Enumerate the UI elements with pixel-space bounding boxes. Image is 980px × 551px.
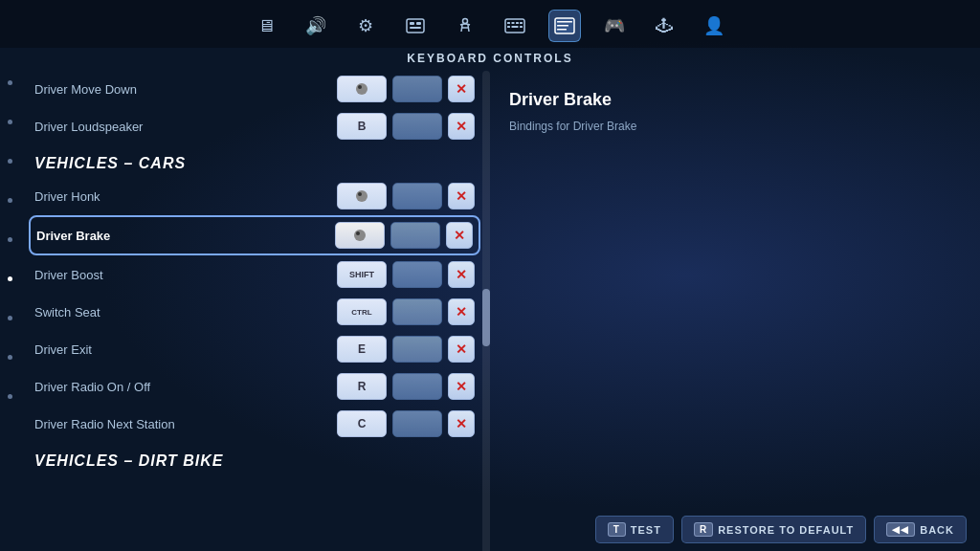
dot-5	[8, 237, 12, 242]
clear-driver-honk[interactable]: ✕	[448, 183, 475, 209]
key-slots-driver-honk: ✕	[337, 183, 475, 209]
keyboard-icon[interactable]	[499, 10, 531, 42]
key1-driver-boost[interactable]: SHIFT	[337, 261, 387, 288]
controls-icon[interactable]	[548, 10, 581, 42]
info-panel: Driver Brake Bindings for Driver Brake	[490, 71, 980, 551]
test-key-badge: T	[608, 522, 626, 537]
svg-point-21	[354, 230, 366, 241]
scrollbar-track[interactable]	[482, 71, 490, 551]
key-slots-driver-loudspeaker: B ✕	[337, 113, 475, 140]
clear-driver-loudspeaker[interactable]: ✕	[448, 113, 475, 140]
main-area: Driver Move Down ✕ Driver Loudspeaker B …	[0, 71, 980, 551]
key1-driver-loudspeaker[interactable]: B	[337, 113, 387, 140]
svg-point-17	[356, 83, 368, 95]
svg-point-22	[356, 231, 360, 235]
sidebar-dots	[0, 71, 19, 551]
key1-driver-radio-on-off[interactable]: R	[337, 373, 387, 400]
key-slots-switch-seat: CTRL ✕	[337, 298, 475, 325]
scrollbar-thumb[interactable]	[482, 289, 490, 346]
dot-7	[8, 316, 12, 320]
row-driver-exit[interactable]: Driver Exit E ✕	[29, 331, 480, 367]
settings-icon[interactable]: ⚙	[349, 10, 382, 42]
key1-driver-honk[interactable]	[337, 183, 387, 209]
key2-driver-exit[interactable]	[392, 336, 442, 363]
back-label: BACK	[920, 524, 954, 536]
key-slots-driver-move-down: ✕	[337, 76, 475, 102]
test-button[interactable]: T TEST	[595, 516, 674, 543]
svg-point-4	[463, 19, 468, 24]
row-driver-radio-on-off[interactable]: Driver Radio On / Off R ✕	[29, 368, 480, 405]
key2-driver-radio-on-off[interactable]	[392, 373, 442, 400]
clear-driver-radio-next-station[interactable]: ✕	[448, 410, 475, 437]
key1-driver-brake[interactable]	[335, 222, 385, 249]
label-driver-loudspeaker: Driver Loudspeaker	[34, 120, 337, 134]
key2-driver-honk[interactable]	[392, 183, 442, 209]
svg-rect-15	[557, 25, 568, 27]
restore-button[interactable]: R RESTORE TO DEFAULT	[681, 516, 866, 543]
svg-rect-12	[520, 26, 523, 28]
label-driver-brake: Driver Brake	[36, 229, 335, 243]
accessibility-icon[interactable]	[449, 10, 481, 42]
key-slots-driver-exit: E ✕	[337, 336, 475, 363]
key2-switch-seat[interactable]	[392, 298, 442, 325]
svg-rect-10	[512, 26, 519, 28]
key1-switch-seat[interactable]: CTRL	[337, 298, 387, 325]
label-driver-radio-next-station: Driver Radio Next Station	[34, 417, 337, 431]
svg-point-20	[358, 192, 362, 196]
audio-icon[interactable]: 🔊	[300, 10, 332, 42]
clear-driver-brake[interactable]: ✕	[446, 222, 473, 249]
svg-rect-1	[410, 22, 414, 25]
profile-icon[interactable]: 👤	[698, 10, 730, 42]
clear-driver-exit[interactable]: ✕	[448, 336, 475, 363]
key2-driver-boost[interactable]	[392, 261, 442, 288]
clear-driver-move-down[interactable]: ✕	[448, 76, 475, 102]
dot-2	[8, 120, 12, 124]
page-title: KEYBOARD CONTROLS	[0, 48, 980, 71]
back-key-badge: ◀◀	[886, 522, 915, 537]
key1-driver-radio-next-station[interactable]: C	[337, 410, 387, 437]
svg-rect-14	[557, 21, 572, 23]
svg-rect-7	[512, 22, 515, 24]
label-driver-exit: Driver Exit	[34, 342, 337, 357]
section-vehicles-dirt-bike: VEHICLES – DIRT BIKE	[29, 443, 480, 475]
svg-rect-16	[557, 29, 567, 31]
key2-driver-radio-next-station[interactable]	[392, 410, 442, 437]
list-panel: Driver Move Down ✕ Driver Loudspeaker B …	[19, 71, 490, 551]
svg-rect-3	[410, 27, 421, 29]
row-driver-boost[interactable]: Driver Boost SHIFT ✕	[29, 256, 480, 293]
info-desc: Bindings for Driver Brake	[509, 120, 961, 133]
dot-8	[8, 355, 12, 360]
row-driver-move-down[interactable]: Driver Move Down ✕	[29, 71, 480, 107]
svg-point-18	[358, 85, 362, 89]
key2-driver-brake[interactable]	[390, 222, 440, 249]
row-driver-loudspeaker[interactable]: Driver Loudspeaker B ✕	[29, 108, 480, 144]
svg-rect-8	[516, 22, 519, 24]
dot-6	[8, 276, 12, 281]
key1-driver-move-down[interactable]	[337, 76, 387, 102]
display-icon[interactable]: 🖥	[250, 10, 282, 42]
controller2-icon[interactable]: 🕹	[648, 10, 680, 42]
clear-driver-radio-on-off[interactable]: ✕	[448, 373, 475, 400]
back-button[interactable]: ◀◀ BACK	[874, 516, 967, 543]
label-driver-move-down: Driver Move Down	[34, 82, 337, 97]
key1-driver-exit[interactable]: E	[337, 336, 387, 363]
svg-rect-2	[416, 22, 421, 25]
key2-driver-move-down[interactable]	[392, 76, 442, 102]
row-driver-brake[interactable]: Driver Brake ✕	[29, 215, 480, 255]
svg-rect-6	[507, 22, 510, 24]
restore-label: RESTORE TO DEFAULT	[718, 524, 854, 536]
key-slots-driver-boost: SHIFT ✕	[337, 261, 475, 288]
row-driver-radio-next-station[interactable]: Driver Radio Next Station C ✕	[29, 406, 480, 442]
hud-icon[interactable]	[399, 10, 432, 42]
key-slots-driver-radio-next-station: C ✕	[337, 410, 475, 437]
section-vehicles-cars: VEHICLES – CARS	[29, 145, 480, 178]
label-driver-boost: Driver Boost	[34, 268, 337, 282]
row-switch-seat[interactable]: Switch Seat CTRL ✕	[29, 294, 480, 330]
dot-3	[8, 159, 12, 164]
gamepad-icon[interactable]: 🎮	[598, 10, 631, 42]
row-driver-honk[interactable]: Driver Honk ✕	[29, 178, 480, 214]
key2-driver-loudspeaker[interactable]	[392, 113, 442, 140]
svg-point-19	[356, 190, 368, 202]
clear-switch-seat[interactable]: ✕	[448, 298, 475, 325]
clear-driver-boost[interactable]: ✕	[448, 261, 475, 288]
